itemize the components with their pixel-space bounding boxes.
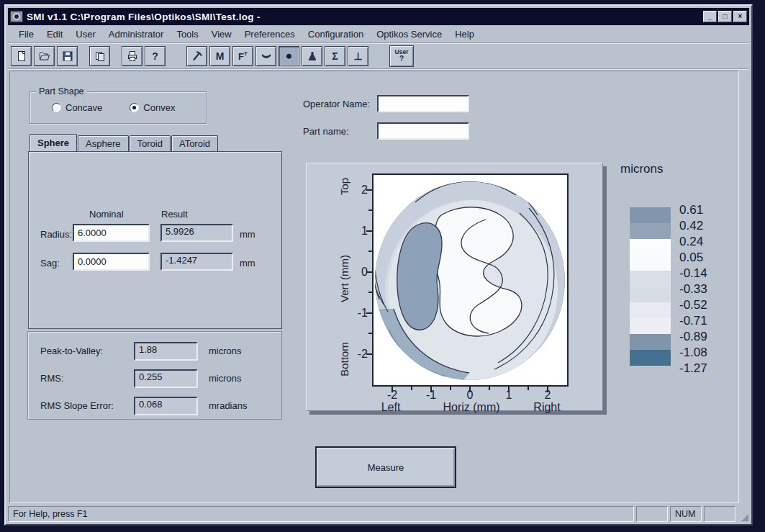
status-pane-empty-1 bbox=[636, 506, 668, 522]
stat-value-field: 0.255 bbox=[134, 369, 198, 388]
y-axis-top-label: Top bbox=[338, 178, 350, 195]
radio-label: Concave bbox=[65, 102, 102, 113]
menu-item[interactable]: Optikos Service bbox=[370, 27, 448, 42]
stat-label: RMS Slope Error: bbox=[40, 400, 114, 411]
stat-label: Peak-to-Valley: bbox=[40, 346, 103, 356]
shape-tabs: SphereAsphereToroidAToroid bbox=[30, 135, 219, 151]
perpendicular-icon: ⊥ bbox=[353, 51, 362, 61]
legend-value: -0.14 bbox=[679, 266, 707, 281]
measure-m-button[interactable]: M bbox=[209, 46, 230, 66]
alignment-tool-button[interactable] bbox=[186, 46, 207, 66]
nominal-column-header: Nominal bbox=[89, 209, 124, 220]
x-axis-right-label: Right bbox=[533, 401, 560, 414]
row-label: Radius: bbox=[40, 229, 72, 240]
legend-value-labels: 0.610.420.240.05-0.14-0.33-0.52-0.71-0.8… bbox=[679, 202, 707, 377]
menu-item[interactable]: Administrator bbox=[102, 27, 171, 42]
sphere-icon: ● bbox=[285, 50, 292, 62]
part-name-input[interactable] bbox=[377, 122, 469, 140]
status-bar: For Help, press F1 NUM bbox=[8, 505, 749, 522]
operator-name-input[interactable] bbox=[377, 95, 469, 112]
focus-test-button[interactable]: FT bbox=[232, 46, 253, 66]
menu-item[interactable]: Configuration bbox=[302, 27, 370, 42]
mirror-dish-button[interactable] bbox=[255, 46, 276, 66]
resize-grip[interactable] bbox=[738, 506, 749, 522]
stats-row: RMS: 0.255 microns bbox=[28, 369, 281, 388]
close-button[interactable]: × bbox=[733, 11, 747, 22]
window-title: SMI v1.1 C:\Program Files\Optikos\SMI\Te… bbox=[27, 12, 261, 22]
legend-color-block bbox=[630, 271, 671, 287]
legend-value: 0.42 bbox=[679, 218, 707, 234]
sigma-button[interactable]: Σ bbox=[325, 46, 345, 66]
pick-tool-icon bbox=[191, 50, 203, 62]
sphere-measure-button[interactable]: ● bbox=[279, 46, 299, 66]
about-help-button[interactable]: ? bbox=[145, 46, 166, 66]
nominal-input[interactable] bbox=[73, 224, 150, 242]
legend-value: -1.08 bbox=[679, 345, 707, 361]
user-help-button[interactable]: User ? bbox=[389, 45, 414, 67]
menu-item[interactable]: View bbox=[205, 27, 238, 42]
y-tick-marks bbox=[366, 173, 372, 387]
x-axis-left-label: Left bbox=[381, 401, 401, 414]
legend-color-bar bbox=[630, 207, 671, 366]
x-axis-word-labels: Left Horiz (mm) Right bbox=[372, 401, 569, 414]
y-axis-bottom-label: Bottom bbox=[338, 342, 350, 377]
save-button[interactable] bbox=[57, 46, 78, 66]
part-shape-label: Part Shape bbox=[36, 86, 87, 96]
stats-row: Peak-to-Valley: 1.88 microns bbox=[28, 342, 281, 361]
nominal-result-row: Radius: 5.9926 mm bbox=[29, 224, 281, 242]
new-file-button[interactable] bbox=[11, 46, 32, 66]
contour-plot-panel: Top Vert (mm) Bottom 210-1-2 bbox=[306, 163, 603, 411]
y-tick-labels: 210-1-2 bbox=[351, 173, 368, 387]
stat-value-field: 0.068 bbox=[134, 397, 198, 415]
printer-icon bbox=[127, 50, 138, 62]
legend-color-block bbox=[630, 334, 671, 350]
mirror-dish-icon bbox=[261, 50, 272, 62]
open-folder-icon bbox=[39, 50, 50, 62]
copy-icon bbox=[94, 50, 106, 62]
new-document-icon bbox=[16, 50, 27, 62]
maximize-button[interactable]: □ bbox=[718, 11, 732, 22]
menu-item[interactable]: Tools bbox=[170, 27, 204, 42]
shape-tab[interactable]: AToroid bbox=[171, 135, 218, 151]
menu-item[interactable]: File bbox=[12, 27, 40, 42]
nominal-input[interactable] bbox=[73, 253, 150, 271]
nominal-result-row: Sag: -1.4247 mm bbox=[29, 253, 281, 271]
flask-button[interactable] bbox=[302, 46, 322, 66]
stat-label: RMS: bbox=[40, 373, 64, 384]
perpendicular-button[interactable]: ⊥ bbox=[348, 46, 368, 66]
x-tick-label: 2 bbox=[545, 389, 551, 402]
part-shape-radio[interactable]: Convex bbox=[130, 102, 175, 113]
open-file-button[interactable] bbox=[34, 46, 55, 66]
legend-color-block bbox=[630, 223, 671, 239]
menu-item[interactable]: Edit bbox=[40, 27, 69, 42]
title-bar[interactable]: SMI v1.1 C:\Program Files\Optikos\SMI\Te… bbox=[8, 8, 749, 25]
app-window: SMI v1.1 C:\Program Files\Optikos\SMI\Te… bbox=[4, 4, 753, 526]
minimize-button[interactable]: _ bbox=[703, 11, 717, 22]
part-shape-radio[interactable]: Concave bbox=[52, 102, 102, 113]
legend-value: 0.61 bbox=[679, 202, 707, 218]
copy-button[interactable] bbox=[89, 46, 110, 66]
menu-item[interactable]: Preferences bbox=[238, 27, 302, 42]
legend-value: -0.33 bbox=[679, 281, 707, 297]
shape-tab[interactable]: Toroid bbox=[130, 135, 171, 151]
toolbar: ? M FT ● Σ ⊥ User ? bbox=[8, 43, 749, 69]
legend-color-block bbox=[630, 207, 671, 223]
contour-plot bbox=[372, 173, 569, 387]
print-button[interactable] bbox=[122, 46, 142, 66]
menu-item[interactable]: Help bbox=[448, 27, 481, 42]
shape-tab[interactable]: Sphere bbox=[30, 134, 77, 151]
measure-button[interactable]: Measure bbox=[315, 446, 456, 488]
x-tick-label: -2 bbox=[387, 389, 397, 402]
app-icon[interactable] bbox=[10, 11, 23, 22]
status-message: For Help, press F1 bbox=[8, 506, 634, 522]
operator-name-label: Operator Name: bbox=[303, 99, 370, 109]
menu-item[interactable]: User bbox=[69, 27, 101, 42]
legend-title: microns bbox=[620, 162, 664, 176]
menu-bar: FileEditUserAdministratorToolsViewPrefer… bbox=[8, 25, 749, 43]
legend-value: -0.71 bbox=[679, 313, 707, 329]
shape-tab[interactable]: Asphere bbox=[78, 135, 128, 151]
unit-label: mm bbox=[240, 229, 255, 240]
x-tick-label: -1 bbox=[426, 389, 436, 402]
legend-value: -0.52 bbox=[679, 297, 707, 313]
radio-icon bbox=[52, 103, 61, 112]
